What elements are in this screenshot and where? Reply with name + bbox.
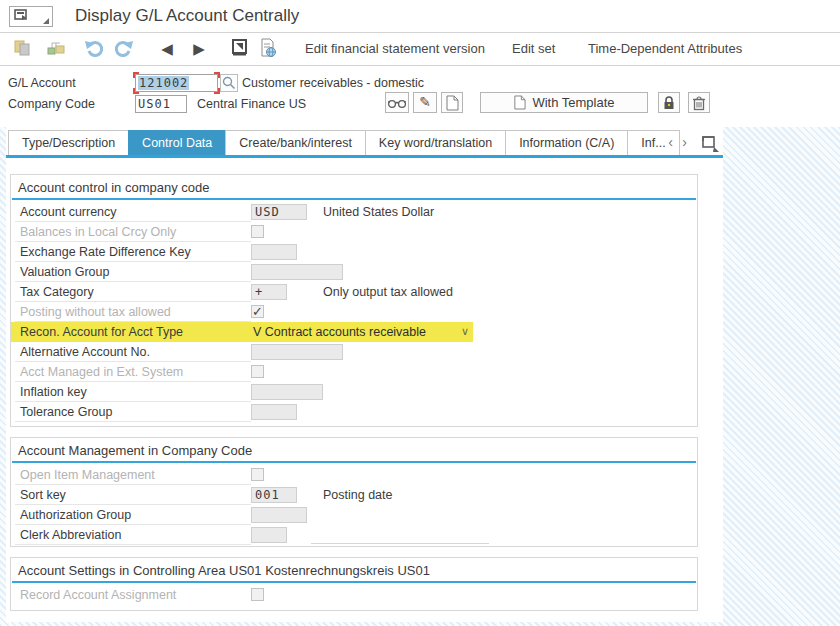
field-label: Acct Managed in Ext. System [20,365,183,379]
redo-icon[interactable] [112,38,136,60]
tab-type-description[interactable]: Type/Description [8,130,129,155]
page-title: Display G/L Account Centrally [75,6,299,26]
form-row: Clerk Abbreviation [11,525,697,545]
section-title-underline [12,198,696,200]
field-label: Clerk Abbreviation [20,528,121,542]
field-label: Tax Category [20,285,94,299]
field-label-cell: Tolerance Group [15,402,251,422]
input-field[interactable] [251,384,323,400]
with-template-label: With Template [532,95,614,110]
print-icon[interactable] [230,38,254,60]
time-dependent-attributes-button[interactable]: Time-Dependent Attributes [588,41,742,56]
input-field[interactable] [251,264,343,280]
with-template-button[interactable]: With Template [480,92,648,113]
copy-icon[interactable] [12,38,36,60]
field-label: Posting without tax allowed [20,305,171,319]
form-row: Open Item Management [11,465,697,485]
field-label-cell: Alternative Account No. [15,342,251,362]
field-label-cell: Open Item Management [15,465,251,485]
dropdown-value: V Contract accounts receivable [253,325,426,339]
delete-trash-icon[interactable] [688,92,710,113]
tab-strip: Type/DescriptionControl DataCreate/bank/… [8,130,679,155]
field-label: Recon. Account for Acct Type [20,325,183,339]
tab-information-c-a[interactable]: Information (C/A) [505,130,628,155]
field-label: Authorization Group [20,508,131,522]
document-globe-icon[interactable] [258,38,282,60]
section-box: Account Settings in Controlling Area US0… [10,557,698,611]
section-title: Account Settings in Controlling Area US0… [11,558,697,581]
title-bar: Display G/L Account Centrally [0,0,840,33]
input-field[interactable]: USD [251,204,307,220]
form-row: Account currencyUSDUnited States Dollar [11,202,697,222]
field-label: Exchange Rate Difference Key [20,245,191,259]
form-row: Tax Category+Only output tax allowed [11,282,697,302]
input-field[interactable]: 001 [251,487,297,503]
change-pencil-icon[interactable]: ✎ [413,92,437,113]
field-label-cell: Posting without tax allowed [15,302,251,322]
field-label: Account currency [20,205,117,219]
input-field[interactable] [251,527,287,543]
field-description: Posting date [323,488,393,502]
field-label-cell: Balances in Local Crcy Only [15,222,251,242]
field-label: Tolerance Group [20,405,112,419]
field-tail-line [311,543,489,544]
section-box: Account control in company codeAccount c… [10,174,698,427]
input-field[interactable] [251,507,307,523]
form-row: Tolerance Group [11,402,697,422]
hierarchy-icon[interactable] [46,38,70,60]
form-row: Balances in Local Crcy Only [11,222,697,242]
section-box: Account Management in Company CodeOpen I… [10,437,698,547]
undo-icon[interactable] [84,38,108,60]
field-label: Open Item Management [20,468,155,482]
field-description: United States Dollar [323,205,434,219]
tab-control-data[interactable]: Control Data [128,130,226,155]
field-label-cell: Account currency [15,202,251,222]
session-menu-icon[interactable] [9,6,53,27]
form-row: Acct Managed in Ext. System [11,362,697,382]
section-title-underline [12,461,696,463]
field-label-cell: Record Account Assignment [15,585,251,605]
field-label: Record Account Assignment [20,588,176,602]
gl-account-field[interactable]: 121002 [135,74,218,92]
lock-icon[interactable] [658,92,680,113]
tab-key-word-translation[interactable]: Key word/translation [365,130,506,155]
search-icon[interactable] [220,74,238,92]
edit-set-button[interactable]: Edit set [512,41,555,56]
chevron-down-icon: ∨ [461,325,469,338]
field-label-cell: Exchange Rate Difference Key [15,242,251,262]
company-code-description: Central Finance US [197,97,306,111]
display-glasses-icon[interactable] [385,92,409,113]
tab-create-bank-interest[interactable]: Create/bank/interest [225,130,366,155]
input-field[interactable] [251,244,297,260]
section-title: Account Management in Company Code [11,438,697,461]
back-icon[interactable]: ◀ [155,38,179,60]
company-code-field[interactable]: US01 [135,95,187,113]
create-document-icon[interactable] [441,92,463,113]
field-description: Only output tax allowed [323,285,453,299]
section-title-underline [12,581,696,583]
toolbar: ◀ ▶ Edit financial statement version Edi… [0,33,840,66]
field-label: Alternative Account No. [20,345,150,359]
dropdown-triangle-icon [43,18,49,24]
tab-scroll-right-icon[interactable]: › [682,134,687,150]
edit-financial-statement-version-button[interactable]: Edit financial statement version [305,41,485,56]
form-row: Valuation Group [11,262,697,282]
form-row: Inflation key [11,382,697,402]
form-row: Record Account Assignment [11,585,697,605]
field-label: Valuation Group [20,265,109,279]
checkbox-checked: ✓ [251,305,264,318]
field-label-cell: Acct Managed in Ext. System [15,362,251,382]
input-field[interactable] [251,344,343,360]
forward-icon[interactable]: ▶ [187,38,211,60]
dropdown-field[interactable]: V Contract accounts receivable∨ [251,322,473,342]
input-field[interactable] [251,404,297,420]
tab-overview-icon[interactable] [702,136,719,152]
field-label: Inflation key [20,385,87,399]
field-label-cell: Inflation key [15,382,251,402]
checkbox [251,588,264,601]
field-label-cell: Authorization Group [15,505,251,525]
gl-account-value: 121002 [138,76,189,90]
form-row: Authorization Group [11,505,697,525]
tab-scroll-left-icon[interactable]: ‹ [668,134,673,150]
input-field[interactable]: + [251,284,287,300]
